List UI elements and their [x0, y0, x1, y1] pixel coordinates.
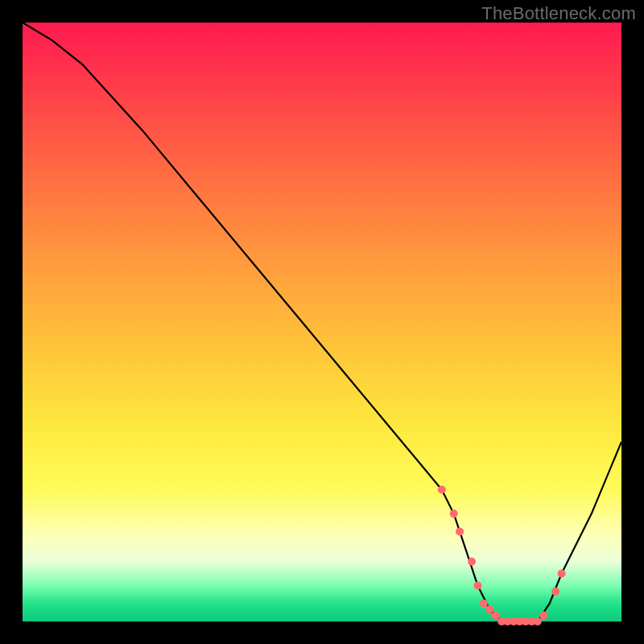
marker-point [456, 527, 464, 535]
marker-point [485, 605, 493, 613]
watermark-text: TheBottleneck.com [481, 3, 636, 24]
marker-point [468, 558, 476, 566]
marker-point [558, 570, 566, 578]
highlighted-points [438, 485, 566, 625]
marker-point [492, 612, 500, 620]
marker-point [450, 510, 458, 518]
plot-area [23, 23, 621, 621]
marker-point [551, 588, 559, 596]
marker-point [480, 600, 488, 608]
marker-point [438, 485, 446, 493]
marker-point [473, 581, 481, 589]
bottleneck-curve [23, 23, 621, 621]
marker-point [539, 612, 547, 620]
curve-svg [23, 23, 621, 621]
marker-point [534, 617, 542, 625]
chart-frame: TheBottleneck.com [0, 0, 644, 644]
